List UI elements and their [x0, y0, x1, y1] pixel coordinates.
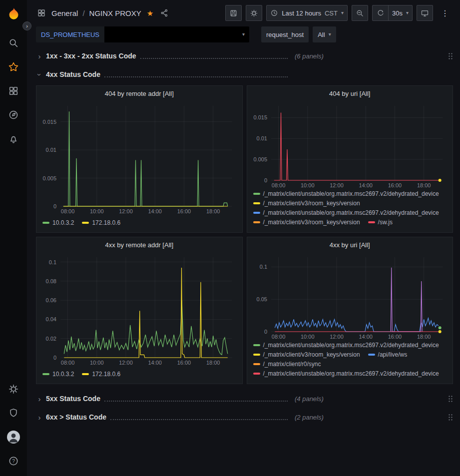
dashboard-settings-button[interactable] [246, 5, 262, 21]
legend-series-color [82, 222, 89, 224]
legend-series-label: /_matrix/client/unstable/org.matrix.msc2… [263, 370, 439, 377]
dashboard-title[interactable]: NGINX PROXY [89, 9, 141, 17]
legend-series-color [42, 373, 49, 375]
variable-value-request-host[interactable]: All ▾ [313, 26, 336, 42]
legend-item[interactable]: 10.0.3.2 [42, 371, 74, 378]
legend-series-color [368, 221, 375, 223]
more-options-button[interactable]: ⋮ [437, 5, 453, 21]
top-navbar: General / NGINX PROXY ★ Last 12 hours CS… [27, 0, 460, 26]
breadcrumb-folder[interactable]: General [51, 9, 78, 17]
legend-series-label: /sw.js [378, 219, 393, 226]
star-icon: ★ [147, 9, 153, 17]
svg-text:0.1: 0.1 [49, 259, 56, 265]
save-dashboard-button[interactable] [225, 5, 242, 21]
svg-text:0.015: 0.015 [253, 114, 267, 120]
legend-series-color [253, 354, 260, 356]
panel-title[interactable]: 4xx by uri [All] [247, 237, 453, 252]
chevron-down-icon: ▾ [406, 10, 409, 15]
expand-menu-button[interactable]: › [22, 21, 31, 30]
timeseries-chart[interactable]: 08:0010:0012:0014:0016:0018:0000.050.1 [249, 252, 451, 341]
refresh-icon [377, 9, 385, 17]
svg-text:08:00: 08:00 [271, 182, 285, 188]
legend-item[interactable]: 10.0.3.2 [42, 219, 74, 226]
kebab-icon: ⋮ [441, 8, 449, 18]
row-drag-handle[interactable] [448, 395, 453, 403]
panel-title[interactable]: 4xx by remote addr [All] [36, 237, 242, 252]
legend-series-color [368, 354, 375, 356]
settings-icon[interactable] [0, 377, 27, 401]
legend-item[interactable]: /_matrix/client/v3/room_keys/version [253, 351, 360, 358]
panel-grid: 404 by remote addr [All] 08:0010:0012:00… [36, 85, 453, 384]
gear-icon [250, 9, 258, 17]
row-header-4xx[interactable]: › 4xx Status Code [36, 67, 453, 82]
legend-series-color [82, 373, 89, 375]
svg-text:14:00: 14:00 [148, 208, 162, 214]
legend-item[interactable]: /_matrix/client/unstable/org.matrix.msc2… [253, 370, 439, 377]
dotted-leader [140, 53, 288, 59]
main-area: General / NGINX PROXY ★ Last 12 hours CS… [27, 0, 460, 476]
legend-item[interactable]: 172.18.0.6 [82, 219, 120, 226]
chevron-down-icon: › [35, 71, 44, 78]
cycle-view-button[interactable] [417, 5, 433, 21]
help-icon[interactable]: ? [0, 449, 27, 473]
legend-series-color [253, 363, 260, 365]
legend-series-label: 10.0.3.2 [52, 219, 74, 226]
legend-item[interactable]: /_matrix/client/unstable/org.matrix.msc2… [253, 209, 439, 216]
starred-icon[interactable] [0, 55, 27, 79]
legend-item[interactable]: /sw.js [368, 219, 393, 226]
svg-text:0: 0 [264, 329, 267, 335]
row-title: 6xx > Status Code [46, 413, 106, 421]
legend-item[interactable]: /_matrix/client/unstable/org.matrix.msc2… [253, 190, 439, 197]
dotted-leader [110, 415, 288, 420]
panel-404-by-uri: 404 by uri [All] 08:0010:0012:0014:0016:… [247, 85, 454, 233]
zoom-out-time-button[interactable] [352, 5, 368, 21]
share-button[interactable] [159, 7, 170, 18]
timeseries-chart[interactable]: 08:0010:0012:0014:0016:0018:0000.0050.01… [38, 101, 240, 215]
time-range-picker[interactable]: Last 12 hours CST ▾ [266, 5, 348, 21]
row-drag-handle[interactable] [448, 52, 453, 60]
panel-legend: /_matrix/client/unstable/org.matrix.msc2… [247, 341, 453, 384]
row-drag-handle[interactable] [448, 414, 453, 421]
legend-item[interactable]: /api/live/ws [368, 351, 408, 358]
timeseries-chart[interactable]: 08:0010:0012:0014:0016:0018:0000.020.040… [38, 252, 240, 367]
legend-series-label: 172.18.0.6 [92, 371, 120, 378]
svg-text:10:00: 10:00 [301, 334, 315, 340]
row-header-6xx[interactable]: › 6xx > Status Code (2 panels) [36, 410, 453, 425]
svg-text:18:00: 18:00 [206, 208, 220, 214]
panel-title[interactable]: 404 by uri [All] [247, 86, 453, 101]
svg-text:18:00: 18:00 [206, 360, 220, 366]
timeseries-chart[interactable]: 08:0010:0012:0014:0016:0018:0000.0050.01… [249, 101, 451, 189]
panel-legend: /_matrix/client/unstable/org.matrix.msc2… [247, 189, 453, 232]
svg-text:?: ? [12, 459, 15, 464]
legend-item[interactable]: 172.18.0.6 [82, 371, 120, 378]
favorite-star-button[interactable]: ★ [146, 8, 154, 18]
legend-item[interactable]: /_matrix/client/v3/room_keys/version [253, 219, 360, 226]
refresh-group: 30s ▾ [372, 5, 413, 21]
svg-text:12:00: 12:00 [330, 182, 344, 188]
row-header-5xx[interactable]: › 5xx Status Code (4 panels) [36, 391, 453, 406]
variable-value-ds-prometheus[interactable]: ▾ [104, 26, 249, 42]
panel-title[interactable]: 404 by remote addr [All] [36, 86, 242, 101]
refresh-interval-dropdown[interactable]: 30s ▾ [388, 5, 413, 21]
svg-text:08:00: 08:00 [61, 208, 75, 214]
legend-item[interactable]: /_matrix/client/r0/sync [253, 361, 321, 368]
server-admin-icon[interactable] [0, 401, 27, 425]
user-avatar[interactable] [0, 425, 27, 449]
time-range-label: Last 12 hours [282, 9, 321, 17]
svg-text:12:00: 12:00 [119, 360, 133, 366]
legend-item[interactable]: /_matrix/client/unstable/org.matrix.msc2… [253, 342, 439, 349]
panel-legend: 10.0.3.2172.18.0.6 [36, 367, 242, 384]
svg-text:0: 0 [264, 177, 267, 183]
alerting-icon[interactable] [0, 127, 27, 151]
legend-series-label: 172.18.0.6 [92, 219, 120, 226]
breadcrumb-separator: / [82, 9, 84, 17]
explore-icon[interactable] [0, 103, 27, 127]
legend-item[interactable]: /_matrix/client/v3/room_keys/version [253, 200, 360, 207]
dashboards-icon[interactable] [0, 79, 27, 103]
search-icon[interactable] [0, 31, 27, 55]
row-header-1xx-3xx-2xx[interactable]: › 1xx - 3xx - 2xx Status Code (6 panels) [36, 48, 453, 63]
chevron-right-icon: › [26, 23, 28, 29]
apps-grid-icon[interactable] [36, 7, 47, 18]
svg-text:12:00: 12:00 [119, 208, 133, 214]
refresh-button[interactable] [372, 5, 388, 21]
